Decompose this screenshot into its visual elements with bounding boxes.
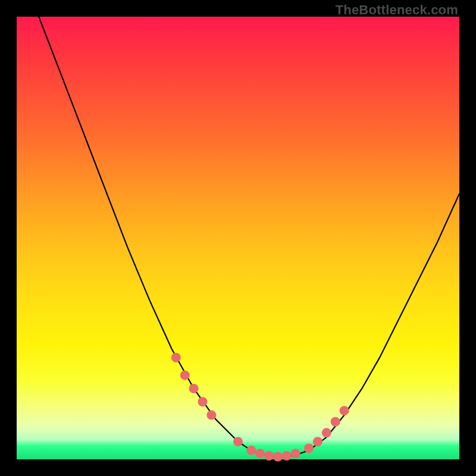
marker-dot [291, 449, 300, 458]
marker-dot [246, 446, 256, 455]
plot-area [17, 17, 459, 459]
bottleneck-curve [39, 17, 459, 457]
marker-dot [233, 437, 243, 446]
marker-dot [198, 397, 207, 406]
marker-dot [206, 411, 216, 420]
marker-dot [340, 406, 349, 415]
chart-frame: TheBottleneck.com [0, 0, 476, 476]
marker-dot [282, 451, 292, 461]
highlight-markers [171, 353, 349, 462]
marker-dot [264, 451, 274, 461]
marker-dot [171, 353, 181, 362]
marker-dot [189, 384, 199, 393]
marker-dot [304, 443, 314, 453]
marker-dot [313, 437, 322, 446]
marker-dot [273, 452, 283, 462]
marker-dot [331, 417, 340, 427]
watermark-text: TheBottleneck.com [336, 2, 458, 18]
marker-dot [255, 449, 265, 458]
marker-dot [180, 371, 190, 380]
chart-svg [17, 17, 459, 459]
marker-dot [322, 428, 331, 437]
